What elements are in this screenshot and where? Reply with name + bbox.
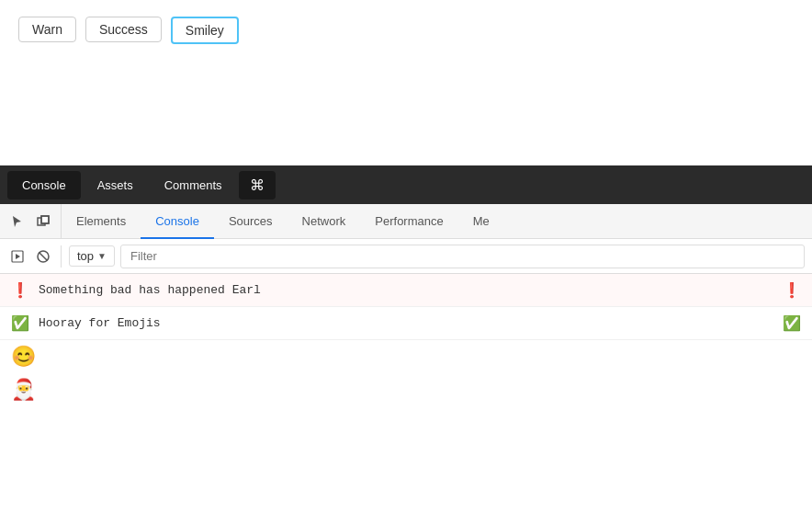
- selector-value: top: [77, 249, 94, 263]
- success-button[interactable]: Success: [85, 17, 162, 42]
- play-icon[interactable]: [7, 246, 28, 267]
- svg-marker-4: [16, 254, 20, 259]
- devtools-tab-console[interactable]: Console: [7, 171, 81, 199]
- success-icon-start: ✅: [11, 314, 29, 333]
- tab-network[interactable]: Network: [288, 205, 361, 239]
- error-icon-start: ❗: [11, 281, 29, 300]
- log-text-error: Something bad has happened Earl: [39, 283, 773, 297]
- devtools-toolbar: Console Assets Comments ⌘: [0, 165, 812, 204]
- chevron-down-icon: ▼: [97, 251, 107, 261]
- emoji-2: 🎅: [11, 378, 36, 402]
- devtools-tab-assets[interactable]: Assets: [83, 171, 148, 199]
- log-entry-emoji-1: 😊: [0, 340, 812, 373]
- svg-line-6: [39, 252, 48, 260]
- top-selector[interactable]: top ▼: [69, 245, 115, 267]
- devtools-container: Console Assets Comments ⌘ Elements Conso…: [0, 165, 812, 524]
- warn-button[interactable]: Warn: [18, 17, 76, 42]
- box-icon[interactable]: [33, 211, 53, 232]
- svg-rect-1: [41, 216, 49, 223]
- error-icon-end: ❗: [783, 281, 801, 300]
- log-entry-error: ❗ Something bad has happened Earl ❗: [0, 274, 812, 307]
- filter-input[interactable]: [120, 245, 805, 268]
- inspector-bar: Elements Console Sources Network Perform…: [0, 204, 812, 239]
- log-text-success: Hooray for Emojis: [39, 316, 773, 330]
- console-toolbar: top ▼: [0, 239, 812, 274]
- tab-more[interactable]: Me: [458, 205, 504, 239]
- devtools-tab-cmd[interactable]: ⌘: [239, 171, 276, 199]
- tab-performance[interactable]: Performance: [360, 205, 457, 239]
- console-log: ❗ Something bad has happened Earl ❗ ✅ Ho…: [0, 274, 812, 524]
- separator: [61, 245, 62, 268]
- cursor-icon[interactable]: [7, 211, 28, 232]
- log-entry-success: ✅ Hooray for Emojis ✅: [0, 307, 812, 340]
- tab-console[interactable]: Console: [141, 205, 214, 239]
- block-icon[interactable]: [33, 246, 53, 267]
- log-entry-emoji-2: 🎅: [0, 373, 812, 406]
- tab-sources[interactable]: Sources: [214, 205, 288, 239]
- tab-elements[interactable]: Elements: [62, 205, 141, 239]
- emoji-1: 😊: [11, 345, 36, 369]
- devtools-tab-comments[interactable]: Comments: [150, 171, 237, 199]
- success-icon-end: ✅: [783, 314, 801, 333]
- top-area: Warn Success Smiley: [0, 0, 812, 165]
- inspector-tabs: Elements Console Sources Network Perform…: [62, 204, 812, 238]
- inspector-icons: [0, 204, 62, 238]
- smiley-button[interactable]: Smiley: [171, 17, 239, 44]
